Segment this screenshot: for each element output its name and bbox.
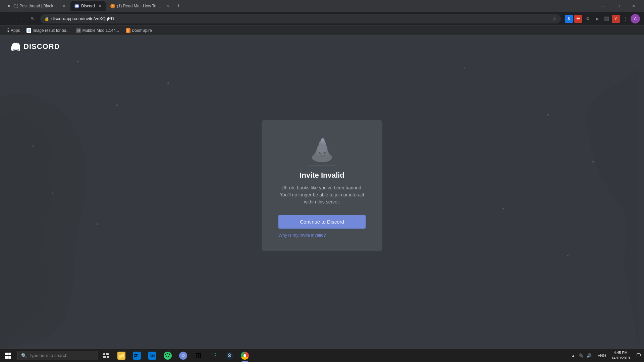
start-button[interactable] [0,349,16,362]
bookmark-doomspire-label: DoomSpire [132,28,152,33]
poop-illustration [307,133,337,164]
store-icon: 🛍 [133,352,141,360]
taskbar-clock[interactable]: 4:45 PM 14/10/2019 [608,350,633,361]
svg-rect-11 [5,353,8,355]
windows-icon [5,353,11,359]
invite-modal-container: Invite Invalid Uh-oh. Looks like you've … [262,120,382,251]
continue-to-discord-button[interactable]: Continue to Discord [278,215,366,229]
minimize-button[interactable]: — [595,0,610,12]
ext-icon-3[interactable]: ⚙ [584,15,592,23]
taskbar-app-explorer[interactable]: 📁 [114,349,129,362]
modal-illustration [307,133,337,166]
tab-favicon-blackwonder: B [7,4,11,8]
taskbar-app-steam[interactable]: ⚙ [222,349,237,362]
svg-point-8 [324,152,326,154]
bookmark-favicon-mubble: M [76,28,81,33]
taskbar-app-chrome[interactable] [237,349,252,362]
svg-rect-13 [5,356,8,359]
clock-time: 4:45 PM [614,350,628,355]
taskbar-app-defender[interactable]: 🛡 [207,349,221,362]
why-invalid-link[interactable]: Why is my invite invalid? [278,233,326,238]
ext-icon-1[interactable]: S [565,15,573,23]
svg-rect-17 [103,356,106,358]
bookmark-apps[interactable]: ⠿ Apps [4,27,22,34]
discord-wordmark: DISCORD [23,42,60,51]
window-controls: — □ ✕ [595,0,641,12]
tab-favicon-readme: R [110,4,115,8]
svg-point-7 [319,152,321,154]
bookmark-star-icon[interactable]: ☆ [552,16,557,21]
tray-up-arrow[interactable]: ▲ [570,352,577,359]
bookmark-doomspire[interactable]: D DoomSpire [124,27,154,34]
bookmark-image-label: Image result for ba... [33,28,69,33]
bg-decoration: • [200,61,201,64]
ext-icon-5[interactable]: ⬛ [602,15,610,23]
taskbar-apps: 📁 🛍 ✉ 🛡 D 🖼 🛡 ⚙ [113,349,567,362]
tab-close-blackwonder[interactable]: ✕ [62,4,66,8]
tray-volume-icon[interactable]: 🔊 [586,352,593,359]
svg-rect-12 [8,353,11,355]
svg-point-6 [321,138,324,142]
taskbar-app-photo[interactable]: 🖼 [191,349,206,362]
bg-shape-right [409,36,644,349]
language-indicator: ENG [595,353,608,358]
tray-network-icon[interactable]: 🔌 [578,352,585,359]
tab-close-discord[interactable]: ✕ [98,4,102,8]
ext-icon-4[interactable]: ▶ [593,15,601,23]
address-text: discordapp.com/invite/vnXQgED [51,16,550,21]
tab-discord[interactable]: Discord ✕ [70,1,106,11]
browser-chrome: B (1) Post thread | BlackWonder | F... ✕… [0,0,644,36]
bookmark-apps-label: Apps [11,28,20,33]
vpn-icon: 🛡 [164,352,172,360]
bookmark-image-result[interactable]: G Image result for ba... [24,27,71,34]
photo-icon: 🖼 [195,352,203,360]
notification-button[interactable]: 🗨 [633,352,644,359]
tab-readme[interactable]: R (1) Read Me - How To Make A P... ✕ [106,1,173,11]
poop-shadow [309,165,335,166]
ext-icon-6[interactable]: Y [612,15,620,23]
address-input-wrap[interactable]: 🔒 discordapp.com/invite/vnXQgED ☆ [40,14,561,23]
defender-icon: 🛡 [210,352,218,360]
profile-avatar[interactable]: A [631,14,640,23]
svg-rect-18 [107,356,109,358]
tab-close-readme[interactable]: ✕ [166,4,169,8]
bg-deco2: • [451,92,452,95]
discord-taskbar-icon: D [179,352,187,360]
bookmark-favicon-doomspire: D [126,28,130,33]
invite-invalid-description: Uh-oh. Looks like you've been banned. Yo… [278,184,366,205]
clock-date: 14/10/2019 [611,356,630,361]
refresh-button[interactable]: ↻ [28,14,38,23]
close-button[interactable]: ✕ [626,0,641,12]
new-tab-button[interactable]: + [174,1,183,11]
back-button[interactable]: ← [4,14,13,23]
page-content: • • DISCORD [0,36,644,349]
svg-rect-15 [103,353,105,355]
taskbar-app-mail[interactable]: ✉ [145,349,160,362]
system-tray: ▲ 🔌 🔊 [567,352,595,359]
search-placeholder-text: Type here to search [29,353,67,358]
tab-blackwonder[interactable]: B (1) Post thread | BlackWonder | F... ✕ [3,1,70,11]
ext-icon-2[interactable]: ⛔ [574,15,582,23]
lock-icon: 🔒 [44,16,49,21]
bookmarks-bar: ⠿ Apps G Image result for ba... M Mubble… [0,25,644,36]
search-bar[interactable]: 🔍 Type here to search [17,351,98,360]
steam-icon: ⚙ [225,352,233,360]
explorer-icon: 📁 [117,352,125,360]
bookmark-favicon-google: G [26,28,31,33]
tab-favicon-discord [74,4,79,8]
taskbar-app-vpn[interactable]: 🛡 [160,349,175,362]
bookmark-mubble-label: Mubble Mod 1.144... [82,28,119,33]
taskbar-app-discord[interactable]: D [176,349,191,362]
bg-shape-left [0,52,201,349]
address-bar: ← → ↻ 🔒 discordapp.com/invite/vnXQgED ☆ … [0,12,644,25]
task-view-button[interactable] [99,349,113,362]
taskbar-app-store[interactable]: 🛍 [129,349,144,362]
tab-title-readme: (1) Read Me - How To Make A P... [117,4,163,8]
bookmark-mubble[interactable]: M Mubble Mod 1.144... [74,27,121,34]
discord-logo: DISCORD [10,42,60,51]
ext-icon-7[interactable]: ⋮ [621,15,629,23]
task-view-icon [103,353,109,358]
mail-icon: ✉ [148,352,156,360]
forward-button[interactable]: → [16,14,25,23]
maximize-button[interactable]: □ [610,0,626,12]
